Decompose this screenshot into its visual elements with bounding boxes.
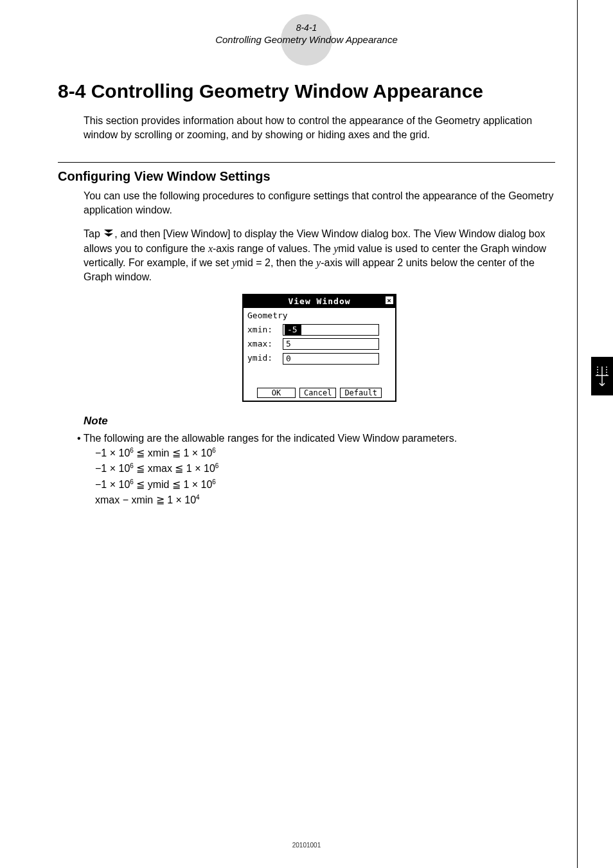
xmax-row: xmax: 5 [247,338,391,350]
intro-paragraph: This section provides information about … [84,114,555,143]
page-header-subtitle: Controlling Geometry Window Appearance [58,34,555,45]
xmax-label: xmax: [247,338,283,350]
section-heading: Configuring View Window Settings [58,169,555,184]
text: Tap [84,228,103,239]
section-paragraph-2: Tap , and then [View Window] to display … [84,227,555,285]
ymid-row: ymid: 0 [247,352,391,364]
range-xmin: −1 × 106 ≦ xmin ≦ 1 × 106 [95,446,555,461]
xmin-row: xmin: -5 [247,324,391,336]
dialog-title-text: View Window [288,296,350,306]
section-divider [58,162,555,163]
default-button[interactable]: Default [340,388,382,398]
ok-button[interactable]: OK [257,388,296,398]
range-xmax: −1 × 106 ≦ xmax ≦ 1 × 106 [95,461,555,476]
xmin-value: -5 [285,324,301,336]
range-ymid: −1 × 106 ≦ ymid ≦ 1 × 106 [95,477,555,493]
close-icon[interactable]: × [385,296,394,305]
var-x: x [208,243,213,254]
svg-marker-8 [104,233,113,237]
note-bullet: • The following are the allowable ranges… [77,431,555,446]
page-title: 8-4 Controlling Geometry Window Appearan… [58,80,555,102]
footer-code: 20101001 [0,842,613,849]
svg-marker-7 [104,230,113,233]
text: mid = 2, then the [236,257,316,268]
view-window-dialog: View Window × Geometry xmin: -5 xmax: 5 [242,294,396,402]
dialog-title-bar: View Window × [244,295,395,308]
page-number: 8-4-1 [58,19,555,33]
xmax-input[interactable]: 5 [283,338,379,350]
section-paragraph-1: You can use the following procedures to … [84,189,555,218]
var-y: y [232,257,236,268]
range-diff: xmax − xmin ≧ 1 × 104 [95,493,555,508]
text: -axis range of values. The [213,243,333,254]
cancel-button[interactable]: Cancel [299,388,336,398]
xmin-label: xmin: [247,324,283,336]
ymid-label: ymid: [247,352,283,364]
note-ranges: −1 × 106 ≦ xmin ≦ 1 × 106 −1 × 106 ≦ xma… [95,446,555,508]
dialog-group-label: Geometry [247,310,391,321]
page-header: 8-4-1 Controlling Geometry Window Appear… [58,19,555,45]
ymid-input[interactable]: 0 [283,353,379,365]
xmin-input[interactable]: -5 [283,324,379,336]
menu-icon [103,227,114,241]
note-heading: Note [84,415,555,428]
